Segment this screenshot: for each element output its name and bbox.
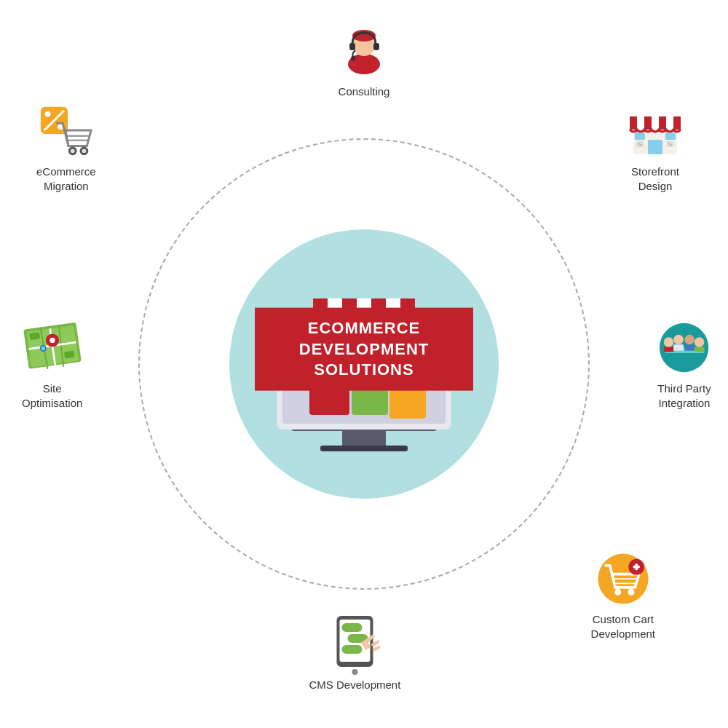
- svg-line-82: [66, 130, 68, 146]
- svg-rect-1: [342, 431, 386, 446]
- svg-point-45: [673, 335, 683, 344]
- node-customcart: Custom CartDevelopment: [591, 550, 655, 641]
- migration-icon: [37, 102, 95, 160]
- cms-icon: [325, 615, 384, 673]
- svg-point-65: [352, 669, 357, 675]
- svg-rect-46: [673, 344, 683, 350]
- siteopt-icon: [23, 319, 82, 377]
- svg-point-79: [45, 111, 51, 117]
- center-title: ECOMMERCE DEVELOPMENT SOLUTIONS: [255, 308, 473, 391]
- node-migration: eCommerceMigration: [36, 102, 96, 193]
- svg-rect-24: [349, 43, 355, 50]
- svg-rect-29: [630, 116, 681, 130]
- consulting-icon: [335, 22, 393, 80]
- node-consulting: Consulting: [335, 22, 393, 99]
- thirdparty-icon: [655, 319, 713, 377]
- svg-rect-34: [648, 140, 662, 154]
- svg-rect-73: [64, 351, 75, 359]
- title-line1: ECOMMERCE: [308, 319, 420, 337]
- node-cms: CMS Development: [309, 615, 400, 692]
- node-siteopt: SiteOptimisation: [22, 319, 82, 410]
- svg-point-47: [684, 335, 694, 344]
- svg-point-87: [71, 149, 75, 153]
- svg-point-55: [614, 588, 621, 595]
- migration-label: eCommerceMigration: [36, 165, 96, 193]
- svg-rect-31: [644, 116, 652, 130]
- cms-label: CMS Development: [309, 678, 400, 692]
- svg-rect-44: [664, 347, 673, 352]
- svg-rect-62: [341, 623, 362, 632]
- siteopt-label: SiteOptimisation: [22, 381, 82, 410]
- node-storefront: StorefrontDesign: [626, 102, 684, 193]
- svg-rect-30: [630, 116, 637, 130]
- svg-rect-2: [320, 446, 408, 451]
- svg-rect-72: [29, 332, 40, 340]
- customcart-icon: [594, 550, 652, 608]
- svg-rect-38: [667, 141, 674, 147]
- storefront-label: StorefrontDesign: [631, 165, 679, 193]
- svg-point-43: [664, 337, 673, 347]
- consulting-label: Consulting: [339, 84, 390, 99]
- svg-point-49: [695, 337, 704, 347]
- svg-rect-64: [341, 645, 362, 654]
- svg-rect-32: [659, 116, 666, 130]
- thirdparty-label: Third PartyIntegration: [657, 381, 711, 410]
- svg-point-77: [41, 347, 44, 350]
- diagram-container: ECOMMERCE DEVELOPMENT SOLUTIONS Consulti…: [0, 0, 728, 728]
- svg-rect-25: [373, 43, 379, 50]
- title-line2: DEVELOPMENT SOLUTIONS: [299, 339, 429, 379]
- svg-rect-33: [673, 116, 681, 130]
- svg-point-75: [50, 338, 55, 343]
- svg-rect-36: [665, 132, 676, 140]
- svg-point-88: [82, 149, 86, 153]
- svg-point-26: [351, 56, 355, 60]
- node-thirdparty: Third PartyIntegration: [655, 319, 713, 410]
- storefront-icon: [626, 102, 684, 160]
- svg-rect-48: [684, 344, 694, 350]
- svg-rect-50: [695, 347, 704, 352]
- svg-rect-35: [635, 132, 645, 140]
- svg-point-56: [628, 588, 634, 595]
- svg-rect-59: [635, 563, 638, 570]
- customcart-label: Custom CartDevelopment: [591, 612, 655, 641]
